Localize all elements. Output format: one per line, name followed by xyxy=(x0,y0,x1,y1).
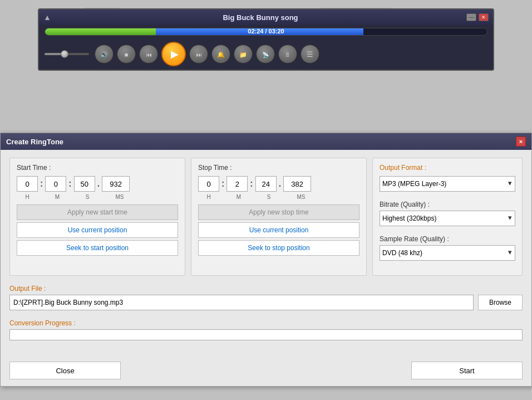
conversion-progress-label: Conversion Progress : xyxy=(9,319,523,327)
stop-time-panel: Stop Time : : : . H M S MS xyxy=(191,158,367,276)
start-time-h-input[interactable] xyxy=(17,176,38,192)
start-time-s-input[interactable] xyxy=(74,176,95,192)
mute-button[interactable] xyxy=(95,45,114,64)
start-time-panel: Start Time : : : . H M S M xyxy=(9,158,185,276)
player-progress-track[interactable]: 02:24 / 03:20 xyxy=(45,28,487,36)
next-button[interactable] xyxy=(189,45,208,64)
start-time-ms-input[interactable] xyxy=(102,176,130,192)
sample-rate-select[interactable]: DVD (48 khz) xyxy=(380,245,515,261)
equalizer-icon xyxy=(285,50,290,58)
bitrate-select[interactable]: Highest (320kbps) xyxy=(380,211,515,226)
output-file-row: Browse xyxy=(9,295,523,310)
output-file-input[interactable] xyxy=(9,295,474,310)
player-window-controls: — ✕ xyxy=(466,13,489,21)
stop-m-label: M xyxy=(228,194,249,200)
stop-time-s-input[interactable] xyxy=(255,176,277,192)
seek-to-start-button[interactable]: Seek to start position xyxy=(17,240,178,256)
start-m-label: M xyxy=(47,194,68,200)
player-progress-area[interactable]: 02:24 / 03:20 xyxy=(39,25,493,38)
dialog-titlebar: Create RingTone × xyxy=(1,133,531,150)
start-ms-label: MS xyxy=(106,194,134,200)
stop-time-h-input[interactable] xyxy=(198,176,219,192)
volume-fill xyxy=(45,53,62,55)
volume-knob xyxy=(61,50,68,58)
player-close-button[interactable]: ✕ xyxy=(479,13,489,21)
dialog-footer: Close Start xyxy=(1,357,531,386)
bitrate-select-wrapper: Highest (320kbps) xyxy=(380,211,515,231)
start-conversion-button[interactable]: Start xyxy=(411,362,523,379)
bell-icon xyxy=(217,50,225,58)
start-time-inputs: : : . xyxy=(17,176,178,192)
player-time-display: 02:24 / 03:20 xyxy=(45,28,487,35)
use-current-position-stop-button[interactable]: Use current position xyxy=(198,222,359,238)
player-controls xyxy=(39,38,493,70)
previous-icon xyxy=(146,50,152,58)
player-menu-icon[interactable]: ▲ xyxy=(43,13,55,22)
player-area: 00:50 02:24 (01:33) ▲ Big Buck Bunny son… xyxy=(0,0,532,117)
playlist-icon xyxy=(307,50,313,58)
start-s-label: S xyxy=(77,194,98,200)
start-h-label: H xyxy=(17,194,38,200)
sample-rate-label: Sample Rate (Quality) : xyxy=(380,235,515,243)
output-file-label: Output File : xyxy=(9,285,523,292)
stop-h-label: H xyxy=(198,194,219,200)
signal-button[interactable] xyxy=(256,45,275,64)
conversion-progress-section: Conversion Progress : xyxy=(9,319,523,340)
player-titlebar: ▲ Big Buck Bunny song — ✕ xyxy=(39,9,493,25)
start-dot: . xyxy=(97,179,100,189)
dialog-close-button[interactable]: × xyxy=(516,136,526,147)
stop-icon xyxy=(125,50,129,58)
bitrate-label: Bitrate (Quality) : xyxy=(380,201,515,208)
apply-start-time-button[interactable]: Apply new start time xyxy=(17,204,178,220)
dialog-title: Create RingTone xyxy=(6,138,63,146)
time-panels: Start Time : : : . H M S M xyxy=(9,158,523,276)
output-format-label: Output Format : xyxy=(380,164,515,172)
playlist-button[interactable] xyxy=(301,45,319,64)
start-time-unit-labels: H M S MS xyxy=(17,194,178,200)
browse-button[interactable]: Browse xyxy=(478,295,523,310)
seek-to-stop-button[interactable]: Seek to stop position xyxy=(198,240,359,256)
previous-button[interactable] xyxy=(139,45,158,64)
play-button[interactable] xyxy=(161,42,186,66)
start-sep-2: : xyxy=(68,179,71,189)
output-format-select-wrapper: MP3 (MPEG Layer-3) xyxy=(380,176,515,196)
stop-dot: . xyxy=(279,179,281,189)
create-ringtone-dialog: Create RingTone × Start Time : : : . xyxy=(0,133,532,387)
dialog-content: Start Time : : : . H M S M xyxy=(1,150,531,357)
open-folder-button[interactable] xyxy=(234,45,253,64)
stop-s-label: S xyxy=(258,194,279,200)
volume-slider[interactable] xyxy=(45,53,89,55)
close-dialog-button[interactable]: Close xyxy=(9,362,121,379)
stop-time-label: Stop Time : xyxy=(198,164,359,172)
stop-time-inputs: : : . xyxy=(198,176,359,192)
player-title: Big Buck Bunny song xyxy=(55,13,466,22)
stop-button[interactable] xyxy=(117,45,136,64)
stop-time-m-input[interactable] xyxy=(226,176,248,192)
stop-ms-label: MS xyxy=(287,194,315,200)
stop-time-unit-labels: H M S MS xyxy=(198,194,359,200)
signal-icon xyxy=(262,50,269,58)
conversion-progress-bar xyxy=(9,329,523,340)
stop-time-ms-input[interactable] xyxy=(283,176,311,192)
apply-stop-time-button[interactable]: Apply new stop time xyxy=(198,204,359,220)
equalizer-button[interactable] xyxy=(278,45,297,64)
output-format-select[interactable]: MP3 (MPEG Layer-3) xyxy=(380,176,515,192)
stop-sep-2: : xyxy=(250,179,253,189)
start-sep-1: : xyxy=(40,179,43,189)
player-window: ▲ Big Buck Bunny song — ✕ 02:24 / 03:20 xyxy=(38,8,494,71)
output-file-section: Output File : Browse xyxy=(9,285,523,310)
bell-button[interactable] xyxy=(211,45,230,64)
next-icon xyxy=(196,50,202,58)
volume-icon xyxy=(100,50,108,58)
start-time-label: Start Time : xyxy=(17,164,178,172)
output-format-panel: Output Format : MP3 (MPEG Layer-3) Bitra… xyxy=(372,158,523,276)
folder-icon xyxy=(239,50,247,58)
player-minimize-button[interactable]: — xyxy=(466,13,476,21)
start-time-m-input[interactable] xyxy=(45,176,66,192)
stop-sep-1: : xyxy=(221,179,224,189)
sample-rate-select-wrapper: DVD (48 khz) xyxy=(380,245,515,265)
use-current-position-start-button[interactable]: Use current position xyxy=(17,222,178,238)
